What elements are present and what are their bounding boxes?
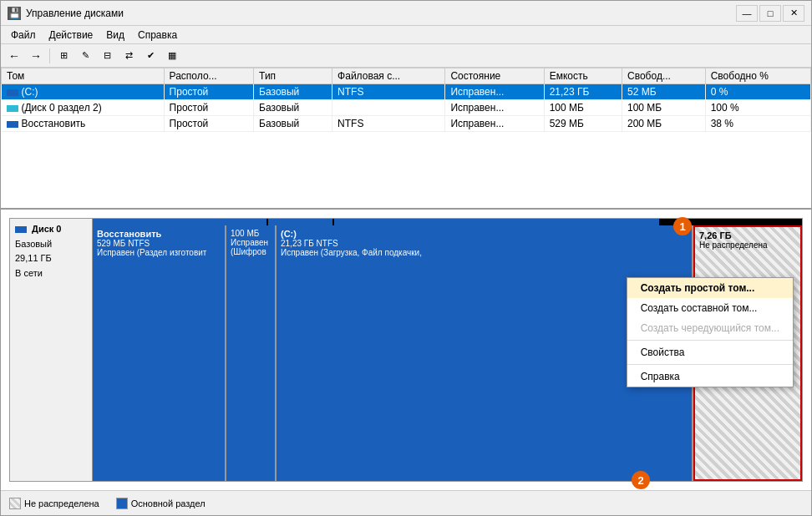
top-bar-c: [332, 219, 659, 225]
partition-c-status: Исправен (Загрузка, Файл подкачки,: [281, 248, 688, 257]
main-content: Том Располо... Тип Файловая с... Состоян…: [1, 68, 811, 490]
table-cell: [332, 100, 445, 116]
maximize-button[interactable]: □: [759, 5, 781, 22]
menu-help[interactable]: Справка: [131, 28, 184, 43]
disk-view-area: Диск 0 Базовый 29,11 ГБ В сети: [1, 210, 811, 490]
table-body: (C:)ПростойБазовыйNTFSИсправен...21,23 Г…: [2, 84, 811, 132]
minimize-button[interactable]: —: [736, 5, 758, 22]
ctx-properties[interactable]: Свойства: [627, 342, 793, 362]
disk-status: В сети: [15, 266, 87, 281]
table-header-row: Том Располо... Тип Файловая с... Состоян…: [2, 68, 811, 84]
menu-action[interactable]: Действие: [43, 28, 100, 43]
partition-restore[interactable]: Восстановить 529 МБ NTFS Исправен (Разде…: [93, 225, 226, 481]
partitions-container: Восстановить 529 МБ NTFS Исправен (Разде…: [93, 218, 803, 482]
table-cell: Восстановить: [2, 116, 165, 132]
menu-view[interactable]: Вид: [99, 28, 131, 43]
disk-label: Диск 0 Базовый 29,11 ГБ В сети: [9, 218, 93, 482]
ctx-create-striped: Создать чередующийся том...: [627, 318, 793, 338]
menu-bar: Файл Действие Вид Справка: [1, 26, 811, 44]
table-cell: (C:): [2, 84, 165, 100]
disk-table: Том Располо... Тип Файловая с... Состоян…: [1, 68, 811, 132]
ctx-create-composite[interactable]: Создать составной том...: [627, 298, 793, 318]
toolbar-btn-2[interactable]: ✎: [75, 47, 95, 65]
disk-type: Базовый: [15, 237, 87, 252]
window-title: Управление дисками: [26, 8, 736, 19]
toolbar-btn-5[interactable]: ✔: [140, 47, 160, 65]
badge-1: 1: [673, 217, 692, 235]
table-cell: 529 МБ: [544, 116, 622, 132]
table-row[interactable]: (Диск 0 раздел 2)ПростойБазовыйИсправен.…: [2, 100, 811, 116]
table-cell: 38 %: [705, 116, 810, 132]
top-bar-restore: [93, 219, 266, 225]
table-cell: 0 %: [705, 84, 810, 100]
col-capacity[interactable]: Емкость: [544, 68, 622, 84]
partition-100mb-size: 100 МБ: [231, 229, 271, 238]
partition-100mb[interactable]: 100 МБ Исправен (Шифров: [226, 225, 277, 481]
close-button[interactable]: ✕: [783, 5, 804, 22]
table-row[interactable]: ВосстановитьПростойБазовыйNTFSИсправен..…: [2, 116, 811, 132]
table-cell: 21,23 ГБ: [544, 84, 622, 100]
table-cell: Исправен...: [445, 84, 544, 100]
table-cell: NTFS: [332, 116, 445, 132]
disk-table-area: Том Располо... Тип Файловая с... Состоян…: [1, 68, 811, 210]
col-free[interactable]: Свобод...: [622, 68, 706, 84]
toolbar-btn-6[interactable]: ▦: [162, 47, 182, 65]
col-tip[interactable]: Тип: [254, 68, 332, 84]
legend-primary-label: Основной раздел: [131, 498, 206, 508]
ctx-separator-2: [627, 364, 793, 365]
table-cell: 100 МБ: [544, 100, 622, 116]
ctx-separator-1: [627, 340, 793, 341]
table-cell: Базовый: [254, 100, 332, 116]
window-controls: — □ ✕: [736, 5, 804, 22]
main-window: 💾 Управление дисками — □ ✕ Файл Действие…: [0, 0, 812, 516]
ctx-create-simple[interactable]: Создать простой том...: [627, 278, 793, 298]
col-free-pct[interactable]: Свободно %: [705, 68, 810, 84]
partition-restore-size: 529 МБ NTFS: [97, 239, 221, 248]
menu-file[interactable]: Файл: [4, 28, 43, 43]
partition-c-size: 21,23 ГБ NTFS: [281, 239, 688, 248]
disk-top-bar: [93, 219, 802, 225]
back-button[interactable]: ←: [4, 47, 24, 65]
top-bar-100mb: [266, 219, 333, 225]
legend-primary-color: [116, 498, 128, 509]
toolbar-btn-3[interactable]: ⊟: [97, 47, 117, 65]
legend-unallocated: Не распределена: [9, 498, 99, 509]
partition-100mb-status: Исправен (Шифров: [231, 238, 271, 256]
status-bar: Не распределена Основной раздел: [1, 490, 811, 515]
table-cell: Простой: [164, 100, 254, 116]
table-cell: 100 МБ: [622, 100, 706, 116]
context-menu: Создать простой том... Создать составной…: [627, 277, 794, 387]
partition-restore-name: Восстановить: [97, 229, 221, 239]
table-cell: Простой: [164, 116, 254, 132]
table-cell: 100 %: [705, 100, 810, 116]
toolbar-separator-1: [49, 48, 50, 63]
disk-name: Диск 0: [15, 222, 87, 237]
table-cell: 200 МБ: [622, 116, 706, 132]
forward-button[interactable]: →: [26, 47, 46, 65]
partition-unalloc-label: Не распределена: [699, 240, 796, 250]
toolbar-btn-4[interactable]: ⇄: [119, 47, 139, 65]
col-raspolozhenie[interactable]: Располо...: [164, 68, 254, 84]
legend-unalloc-color: [9, 498, 21, 509]
col-fs[interactable]: Файловая с...: [332, 68, 445, 84]
table-cell: Простой: [164, 84, 254, 100]
col-status[interactable]: Состояние: [445, 68, 544, 84]
col-tom[interactable]: Том: [2, 68, 165, 84]
table-cell: Исправен...: [445, 116, 544, 132]
table-cell: NTFS: [332, 84, 445, 100]
toolbar-btn-1[interactable]: ⊞: [53, 47, 74, 65]
legend-primary: Основной раздел: [116, 498, 206, 509]
table-cell: (Диск 0 раздел 2): [2, 100, 165, 116]
partition-restore-status: Исправен (Раздел изготовит: [97, 248, 221, 257]
toolbar: ← → ⊞ ✎ ⊟ ⇄ ✔ ▦: [1, 44, 811, 68]
badge-2: 2: [632, 471, 650, 489]
partition-c-name: (C:): [281, 229, 688, 239]
window-icon: 💾: [8, 7, 21, 20]
table-row[interactable]: (C:)ПростойБазовыйNTFSИсправен...21,23 Г…: [2, 84, 811, 100]
legend-unalloc-label: Не распределена: [24, 498, 99, 508]
title-bar: 💾 Управление дисками — □ ✕: [1, 1, 811, 26]
table-cell: Исправен...: [445, 100, 544, 116]
disk-size: 29,11 ГБ: [15, 251, 87, 266]
ctx-help[interactable]: Справка: [627, 367, 793, 387]
table-cell: 52 МБ: [622, 84, 706, 100]
